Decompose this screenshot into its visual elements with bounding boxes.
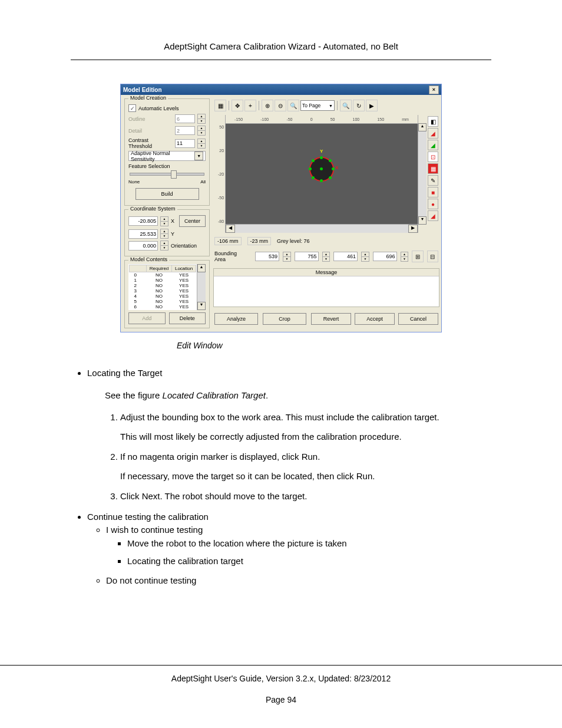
coord-x-spinner[interactable]: ▲▼ — [160, 216, 168, 226]
chevron-down-icon[interactable]: ▼ — [194, 151, 203, 160]
crop-button[interactable]: Crop — [263, 313, 306, 325]
coord-x-field[interactable]: -20.805 — [128, 216, 158, 226]
palette-fill-icon[interactable]: ▦ — [428, 163, 438, 174]
calibration-target: Y X — [309, 157, 334, 182]
palette-target-icon[interactable]: ⊡ — [428, 151, 438, 162]
table-row[interactable]: 0NOYES — [130, 272, 196, 278]
scroll-up-icon[interactable]: ▲ — [197, 264, 206, 272]
palette-tri-icon[interactable]: ◢ — [428, 210, 438, 221]
accept-button[interactable]: Accept — [355, 313, 395, 325]
col-required: Required — [147, 265, 172, 272]
viewport-toolbar: ▦ ✥ + ⊕ ⊖ 🔍 To Page▼ 🔍 ↻ ▶ — [213, 98, 439, 113]
contrast-label: Contrast Threshold — [128, 137, 173, 149]
bounding-v1[interactable]: 539 — [255, 252, 279, 261]
table-scrollbar[interactable]: ▲ ▼ — [197, 264, 206, 310]
spinner[interactable]: ▲▼ — [401, 252, 409, 262]
group-label: Coordinate System — [128, 206, 177, 212]
bounding-area-row: Bounding Area 539▲▼ 755▲▼ 461▲▼ 696▲▼ ⊞ … — [213, 249, 439, 263]
bounding-v3[interactable]: 461 — [333, 252, 358, 261]
palette-icon[interactable]: ◧ — [428, 116, 438, 127]
coord-o-spinner[interactable]: ▲▼ — [160, 241, 168, 251]
rotate-icon[interactable]: ↻ — [353, 100, 365, 111]
analyze-button[interactable]: Analyze — [214, 313, 258, 325]
table-row[interactable]: 6NOYES — [130, 304, 196, 309]
grid2-icon[interactable]: ⊟ — [427, 251, 438, 262]
center-button[interactable]: Center — [179, 215, 206, 227]
model-edition-window: Model Edition × Model Creation ✓ Automat… — [120, 84, 442, 332]
tool-icon[interactable]: ▦ — [214, 100, 226, 111]
step-2a: If no magenta origin marker is displayed… — [120, 452, 320, 462]
zoom-combo[interactable]: To Page▼ — [300, 100, 335, 111]
vscrollbar[interactable]: ▲ ▼ — [418, 115, 427, 233]
automatic-levels-label: Automatic Levels — [138, 106, 179, 111]
cancel-button[interactable]: Cancel — [398, 313, 438, 325]
delete-button[interactable]: Delete — [169, 312, 206, 324]
table-row[interactable]: 5NOYES — [130, 299, 196, 304]
coord-y-field[interactable]: 25.533 — [128, 229, 158, 239]
zoom-icon[interactable]: 🔍 — [287, 100, 299, 111]
model-contents-table: Required Location 0NOYES1NOYES2NOYES3NOY… — [129, 265, 196, 310]
group-label: Model Creation — [128, 95, 168, 101]
bounding-label: Bounding Area — [214, 251, 248, 262]
palette-red-icon[interactable]: ◢ — [428, 128, 438, 139]
pan-icon[interactable]: ✥ — [232, 100, 243, 111]
pointer-icon[interactable]: ▶ — [366, 100, 378, 111]
palette-circle-icon[interactable]: ● — [428, 199, 438, 209]
build-button[interactable]: Build — [135, 188, 199, 200]
table-row[interactable]: 3NOYES — [130, 288, 196, 294]
coord-x-label: X — [171, 218, 174, 224]
body-content: Locating the Target See the figure Locat… — [71, 367, 491, 587]
continue-heading: Continue testing the calibration — [87, 512, 209, 522]
contrast-spinner[interactable]: ▲▼ — [197, 139, 206, 149]
wish-continue: I wish to continue testing — [106, 525, 203, 535]
grid-icon[interactable]: ⊞ — [412, 251, 423, 262]
page-header: AdeptSight Camera Calibration Wizard - A… — [71, 41, 491, 51]
bounding-v4[interactable]: 696 — [373, 252, 397, 261]
zoom-combo-value: To Page — [302, 103, 320, 108]
scroll-down-icon[interactable]: ▼ — [197, 302, 206, 310]
palette-square-icon[interactable]: ■ — [428, 187, 438, 197]
palette-eraser-icon[interactable]: ✎ — [428, 175, 438, 186]
zoom-fit-icon[interactable]: 🔍 — [340, 100, 352, 111]
bounding-v2[interactable]: 755 — [295, 252, 319, 261]
model-contents-group: Model Contents Required Location 0NOYE — [124, 260, 210, 328]
detail-spinner: ▲▼ — [197, 126, 206, 136]
feature-slider[interactable] — [130, 173, 204, 176]
slider-none-label: None — [128, 179, 140, 185]
contrast-field[interactable]: 11 — [175, 139, 195, 148]
close-icon[interactable]: × — [429, 85, 439, 94]
screenshot-figure: Model Edition × Model Creation ✓ Automat… — [71, 84, 491, 332]
coord-y-spinner[interactable]: ▲▼ — [160, 229, 168, 239]
table-row[interactable]: 2NOYES — [130, 283, 196, 288]
coord-o-field[interactable]: 0.000 — [128, 241, 158, 251]
footer-page: Page 94 — [0, 695, 562, 704]
revert-button[interactable]: Revert — [311, 313, 351, 325]
footer-guide: AdeptSight User's Guide, Version 3.2.x, … — [0, 674, 562, 683]
table-row[interactable]: 4NOYES — [130, 294, 196, 299]
status-x: -106 mm — [214, 237, 242, 245]
palette-green-icon[interactable]: ◢ — [428, 140, 438, 150]
sensitivity-combo[interactable]: Adaptive Normal Sensitivity ▼ — [128, 151, 206, 161]
see-figure-ref: Located Calibration Target — [163, 390, 266, 400]
spinner[interactable]: ▲▼ — [283, 252, 291, 262]
detail-label: Detail — [128, 128, 173, 134]
zoom-out-icon[interactable]: ⊖ — [275, 100, 286, 111]
step-1b: This will most likely be correctly adjus… — [120, 430, 491, 444]
automatic-levels-checkbox[interactable]: ✓ — [128, 104, 136, 112]
viewport-canvas[interactable]: Y X — [226, 124, 418, 224]
slider-thumb[interactable] — [171, 170, 177, 179]
spinner[interactable]: ▲▼ — [322, 252, 330, 262]
axis-x-label: X — [335, 165, 338, 170]
table-row[interactable]: 7NOYES — [130, 309, 196, 310]
message-header: Message — [214, 269, 439, 276]
zoom-in-icon[interactable]: ⊕ — [262, 100, 273, 111]
coord-o-label: Orientation — [171, 243, 197, 249]
sub-locate: Locating the calibration target — [127, 555, 491, 568]
hscrollbar[interactable]: ◀▶ — [226, 224, 418, 233]
spinner[interactable]: ▲▼ — [361, 252, 369, 262]
outline-field: 6 — [175, 114, 195, 123]
do-not-continue: Do not continue testing — [106, 574, 491, 588]
crosshair-icon[interactable]: + — [244, 100, 256, 111]
table-row[interactable]: 1NOYES — [130, 278, 196, 283]
feature-selection-label: Feature Selection — [128, 163, 206, 169]
